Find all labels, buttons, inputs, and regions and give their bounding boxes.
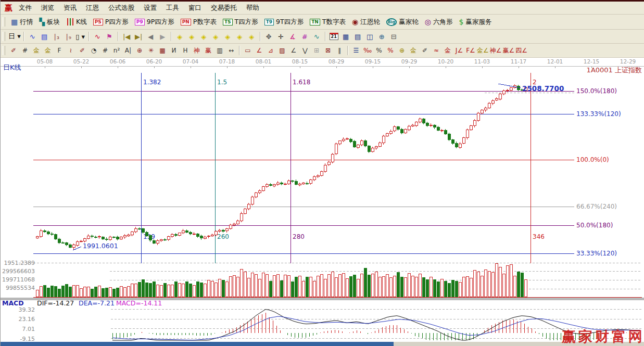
angle-tool-icon[interactable]: ∡ xyxy=(287,31,298,42)
ruler-tool-icon[interactable]: ▥ xyxy=(214,45,225,56)
compass-tool-icon[interactable]: ⊕ xyxy=(134,45,145,56)
boxed-web-tool-icon[interactable]: ▦ xyxy=(157,45,168,56)
menu-item-4[interactable]: 江恩 xyxy=(81,4,104,12)
gann-diamond-up-icon[interactable]: ◈ xyxy=(198,31,209,42)
menu-item-8[interactable]: 窗口 xyxy=(184,4,206,12)
ying-angle-tool-icon[interactable]: 赢∠ xyxy=(503,45,515,56)
volume-bar xyxy=(393,276,396,297)
gann-diamond-expand-icon[interactable]: ◈ xyxy=(222,31,233,42)
grid-tool-icon[interactable]: # xyxy=(100,45,110,56)
permille-tool-icon[interactable]: ‰ xyxy=(362,45,373,56)
ninep-square-button[interactable]: P99P四方形 xyxy=(132,16,178,28)
gann-diamond-down-icon[interactable]: ◈ xyxy=(210,31,221,42)
bars-9-icon[interactable]: ∣₉ xyxy=(63,31,74,42)
sectors-button[interactable]: ▚板块 xyxy=(36,16,63,28)
star-web-tool-icon[interactable]: ✳ xyxy=(146,45,156,56)
menu-item-1[interactable]: 文件 xyxy=(14,4,36,12)
fibonacci-tool-icon[interactable]: F xyxy=(54,45,65,56)
wave-gold-tool-icon[interactable]: ≈ xyxy=(431,45,441,56)
winner-wheel-button[interactable]: Big赢家轮 xyxy=(383,16,422,28)
menu-item-9[interactable]: 交易委托 xyxy=(206,4,242,12)
gann-diamond-left-icon[interactable]: ◈ xyxy=(174,31,185,42)
nav-last-icon[interactable]: ▶| xyxy=(133,31,144,42)
menu-item-5[interactable]: 公式选股 xyxy=(104,4,139,12)
network-icon[interactable]: ⊕ xyxy=(376,31,387,42)
gold-circle-tool-icon[interactable]: ⊕ xyxy=(397,45,407,56)
square-number-tool-icon[interactable]: n² xyxy=(111,45,122,56)
grid-box-tool-icon[interactable]: ⊞ xyxy=(311,45,322,56)
gold-line-tool-icon[interactable]: 金 xyxy=(408,45,419,56)
menu-item-6[interactable]: 设置 xyxy=(139,4,161,12)
gann-diamond-right-icon[interactable]: ◈ xyxy=(186,31,197,42)
menu-item-2[interactable]: 浏览 xyxy=(36,4,59,12)
t-number-table-button[interactable]: TNT数字表 xyxy=(307,16,349,28)
t-square-button[interactable]: TST四方形 xyxy=(220,16,261,28)
zigzag-icon[interactable]: ∿ xyxy=(27,31,38,42)
crosshair-icon[interactable]: ✛ xyxy=(275,31,286,42)
candle-style-selector[interactable]: ▯ ▾ xyxy=(75,31,86,42)
nav-next-icon[interactable]: ▶ xyxy=(157,31,168,42)
ying-tool-icon[interactable]: 赢 xyxy=(203,45,213,56)
brush-tool-icon[interactable]: ✐ xyxy=(8,45,19,56)
gann-diamond-shrink-icon[interactable]: ◈ xyxy=(234,31,245,42)
chart-canvas[interactable]: 05-0805-2206-0606-2007-0407-1808-0108-15… xyxy=(1,58,644,346)
wave-v-tool-icon[interactable]: ⋁ xyxy=(300,45,310,56)
spiral-tool-icon[interactable]: ≀ xyxy=(66,45,76,56)
levels-tool-icon[interactable]: ☰ xyxy=(351,45,361,56)
red-zigzag-icon[interactable]: ∿ xyxy=(92,31,103,42)
menu-item-7[interactable]: 工具 xyxy=(161,4,184,12)
p-square-button[interactable]: PSP四方形 xyxy=(90,16,132,28)
lattice-tool-icon[interactable]: # xyxy=(299,31,310,42)
nav-first-icon[interactable]: |◀ xyxy=(121,31,132,42)
parallel-tool-icon[interactable]: ∥ xyxy=(334,45,345,56)
fan-lines-tool-icon[interactable]: ∠ xyxy=(254,45,264,56)
gold-grid2-tool-icon[interactable]: 金 xyxy=(43,45,53,56)
note-icon[interactable]: ▤ xyxy=(39,31,50,42)
menu-item-3[interactable]: 资讯 xyxy=(59,4,81,12)
gold-mark-tool-icon[interactable]: 金 xyxy=(443,45,453,56)
save-icon[interactable]: ◫ xyxy=(364,31,375,42)
menu-item-10[interactable]: 帮助 xyxy=(242,4,264,12)
quotes-button[interactable]: ▦行情 xyxy=(8,16,36,28)
four-angle-tool-icon[interactable]: 四∠ xyxy=(515,45,527,56)
j-angle-tool-icon[interactable]: J∠ xyxy=(454,45,464,56)
hatch-tool-icon[interactable]: # xyxy=(20,45,30,56)
box-fan-tool-icon[interactable]: ⊿ xyxy=(266,45,276,56)
calculator-icon[interactable]: ▦ xyxy=(340,31,351,42)
hand-pan-icon[interactable]: ✥ xyxy=(263,31,274,42)
text-tool-icon[interactable]: A| xyxy=(123,45,133,56)
grid-box2-tool-icon[interactable]: ⊠ xyxy=(323,45,333,56)
shen-tool-icon[interactable]: 神 xyxy=(192,45,202,56)
ninet-square-button[interactable]: T99T四方形 xyxy=(261,16,307,28)
hexagon-button[interactable]: ◎六角形 xyxy=(422,16,456,28)
delivery-icon[interactable]: ⊟ xyxy=(388,31,399,42)
box-tool-icon[interactable]: ▭ xyxy=(243,45,253,56)
percent-tool-icon[interactable]: % xyxy=(374,45,384,56)
pen-tool-icon[interactable]: ✐ xyxy=(420,45,430,56)
clock-tool-icon[interactable]: ◔ xyxy=(89,45,99,56)
kline-button[interactable]: K线 xyxy=(63,16,90,28)
gann-wheel-button[interactable]: ◉江恩轮 xyxy=(349,16,383,28)
gold-grid-tool-icon[interactable]: 金 xyxy=(31,45,42,56)
box-fan2-tool-icon[interactable]: ▨ xyxy=(277,45,287,56)
h-scrollbar-thumb[interactable] xyxy=(1,342,394,346)
teal-wave-icon[interactable]: ∿ xyxy=(311,31,322,42)
brush2-tool-icon[interactable]: ✐ xyxy=(77,45,87,56)
calendar-icon[interactable]: 21 xyxy=(329,31,339,42)
document-icon[interactable]: ▤ xyxy=(352,31,363,42)
shen-angle-tool-icon[interactable]: 神∠ xyxy=(490,45,502,56)
f-angle-tool-icon[interactable]: F∠ xyxy=(465,45,476,56)
bars-3-icon[interactable]: ∣₃ xyxy=(51,31,62,42)
angle-fan-tool-icon[interactable]: ∠ xyxy=(288,45,299,56)
winner-service-button[interactable]: $赢家服务 xyxy=(456,16,495,28)
nav-prev-icon[interactable]: ◀ xyxy=(145,31,156,42)
measure-tool-icon[interactable]: ↔ xyxy=(226,45,236,56)
period-selector[interactable]: 日 ▾ xyxy=(8,31,21,42)
gann-diamond-all-icon[interactable]: ◈ xyxy=(246,31,257,42)
h-mark-tool-icon[interactable]: H xyxy=(180,45,191,56)
gold-angle-tool-icon[interactable]: 金∠ xyxy=(477,45,489,56)
flag-icon[interactable]: ⚑ xyxy=(104,31,115,42)
p-number-table-button[interactable]: PNP数字表 xyxy=(178,16,220,28)
percent-lines-tool-icon[interactable]: % xyxy=(385,45,396,56)
wave-mark-tool-icon[interactable]: И xyxy=(169,45,179,56)
